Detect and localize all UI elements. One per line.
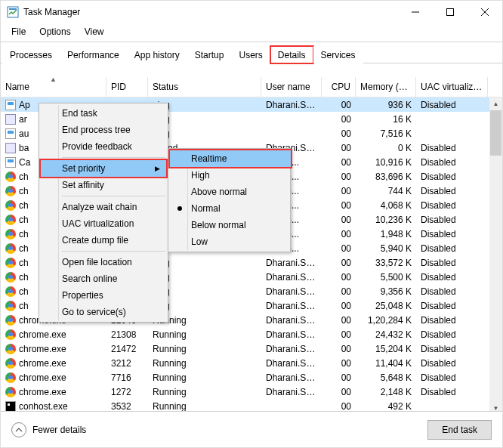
cell-cpu: 00 bbox=[322, 199, 356, 212]
cell-cpu: 00 bbox=[322, 213, 356, 227]
tab-app-history[interactable]: App history bbox=[127, 46, 187, 63]
chrome-icon bbox=[5, 286, 16, 297]
chrome-icon bbox=[5, 344, 16, 354]
cell-uac: Disabled bbox=[416, 371, 488, 385]
table-row[interactable]: chrome.exe21472RunningDharani.Sh...0015,… bbox=[1, 341, 502, 356]
cell-user: Dharani.Sh... bbox=[261, 357, 322, 370]
cell-uac: Disabled bbox=[416, 299, 488, 313]
cell-cpu: 00 bbox=[322, 170, 356, 184]
cell-cpu: 00 bbox=[322, 113, 356, 126]
chrome-icon bbox=[5, 315, 16, 326]
app-icon bbox=[5, 100, 16, 110]
header-status[interactable]: Status bbox=[148, 77, 261, 97]
cell-cpu: 00 bbox=[322, 256, 356, 270]
cell-uac: Disabled bbox=[416, 170, 488, 184]
fewer-details-button[interactable]: Fewer details bbox=[11, 422, 86, 437]
chrome-icon bbox=[5, 258, 16, 268]
cell-uac: Disabled bbox=[416, 199, 488, 212]
end-task-button[interactable]: End task bbox=[427, 420, 492, 440]
cell-user bbox=[261, 405, 322, 408]
priority-low[interactable]: Low bbox=[170, 233, 291, 250]
tab-details[interactable]: Details bbox=[270, 46, 313, 63]
table-row[interactable]: chrome.exe3212RunningDharani.Sh...0011,4… bbox=[1, 356, 502, 370]
menu-view[interactable]: View bbox=[79, 25, 110, 39]
cell-memory: 7,516 K bbox=[356, 127, 416, 141]
menu-options[interactable]: Options bbox=[33, 25, 76, 39]
cell-memory: 1,20,284 K bbox=[356, 314, 416, 327]
close-button[interactable] bbox=[468, 1, 502, 23]
cell-uac bbox=[416, 118, 488, 121]
ctx-provide-feedback[interactable]: Provide feedback bbox=[41, 138, 166, 155]
cell-memory: 1,948 K bbox=[356, 227, 416, 241]
app-icon bbox=[5, 143, 16, 153]
ctx-uac-virtualization[interactable]: UAC virtualization bbox=[41, 215, 166, 232]
cell-uac: Disabled bbox=[416, 357, 488, 370]
priority-above-normal[interactable]: Above normal bbox=[170, 184, 291, 200]
tab-processes[interactable]: Processes bbox=[2, 46, 60, 63]
console-icon bbox=[5, 401, 16, 412]
ctx-separator bbox=[62, 196, 165, 196]
chevron-up-icon bbox=[11, 422, 26, 437]
priority-high[interactable]: High bbox=[170, 167, 291, 184]
fewer-details-label: Fewer details bbox=[32, 425, 86, 435]
ctx-end-task[interactable]: End task bbox=[41, 105, 166, 122]
header-uac[interactable]: UAC virtualizat... bbox=[416, 77, 488, 97]
cell-pid: 21308 bbox=[106, 328, 148, 341]
cell-cpu: 00 bbox=[322, 141, 356, 155]
scrollbar-thumb[interactable] bbox=[490, 110, 501, 156]
ctx-open-file-location[interactable]: Open file location bbox=[41, 254, 166, 270]
tab-startup[interactable]: Startup bbox=[187, 46, 232, 63]
cell-memory: 10,236 K bbox=[356, 213, 416, 227]
cell-name: chrome.exe bbox=[1, 357, 106, 370]
ctx-analyze-wait-chain[interactable]: Analyze wait chain bbox=[41, 199, 166, 215]
maximize-button[interactable] bbox=[433, 1, 468, 23]
cell-user bbox=[261, 118, 322, 121]
cell-memory: 83,696 K bbox=[356, 170, 416, 184]
header-name[interactable]: ▲Name bbox=[1, 77, 106, 97]
menu-file[interactable]: File bbox=[5, 25, 32, 39]
header-cpu[interactable]: CPU bbox=[322, 77, 356, 97]
chrome-icon bbox=[5, 329, 16, 340]
ctx-set-affinity[interactable]: Set affinity bbox=[41, 177, 166, 193]
scroll-up-icon[interactable]: ▲ bbox=[489, 97, 502, 110]
priority-realtime[interactable]: Realtime bbox=[170, 150, 291, 167]
ctx-create-dump-file[interactable]: Create dump file bbox=[41, 232, 166, 249]
vertical-scrollbar[interactable]: ▲ ▼ bbox=[489, 97, 502, 415]
tab-performance[interactable]: Performance bbox=[60, 46, 127, 63]
cell-cpu: 00 bbox=[322, 242, 356, 255]
cell-uac: Disabled bbox=[416, 256, 488, 270]
cell-name: chrome.exe bbox=[1, 328, 106, 341]
header-memory[interactable]: Memory (a... bbox=[356, 77, 416, 97]
ctx-properties[interactable]: Properties bbox=[41, 287, 166, 304]
context-menu-main: End task End process tree Provide feedba… bbox=[39, 103, 168, 323]
cell-memory: 24,432 K bbox=[356, 328, 416, 341]
table-row[interactable]: chrome.exe1272RunningDharani.Sh...002,14… bbox=[1, 385, 502, 399]
svg-rect-1 bbox=[9, 8, 17, 10]
ctx-separator bbox=[62, 251, 165, 252]
cell-status: Running bbox=[148, 357, 261, 370]
cell-cpu: 00 bbox=[322, 385, 356, 399]
table-row[interactable]: chrome.exe7716RunningDharani.Sh...005,64… bbox=[1, 370, 502, 385]
ctx-set-priority[interactable]: Set priority▶ bbox=[41, 160, 166, 177]
cell-memory: 4,068 K bbox=[356, 199, 416, 212]
priority-below-normal[interactable]: Below normal bbox=[170, 217, 291, 233]
chrome-icon bbox=[5, 215, 16, 225]
cell-uac: Disabled bbox=[416, 156, 488, 169]
app-icon bbox=[5, 128, 16, 139]
chrome-icon bbox=[5, 372, 16, 383]
ctx-end-process-tree[interactable]: End process tree bbox=[41, 122, 166, 138]
table-row[interactable]: chrome.exe21308RunningDharani.Sh...0024,… bbox=[1, 327, 502, 341]
tab-users[interactable]: Users bbox=[231, 46, 270, 63]
priority-normal[interactable]: Normal bbox=[170, 200, 291, 217]
ctx-go-to-services[interactable]: Go to service(s) bbox=[41, 304, 166, 320]
cell-cpu: 00 bbox=[322, 299, 356, 313]
tab-services[interactable]: Services bbox=[313, 46, 363, 63]
cell-cpu: 00 bbox=[322, 328, 356, 341]
cell-user: Dharani.Sh... bbox=[261, 270, 322, 284]
cell-memory: 744 K bbox=[356, 184, 416, 198]
cell-uac: Disabled bbox=[416, 98, 488, 112]
ctx-search-online[interactable]: Search online bbox=[41, 270, 166, 287]
header-pid[interactable]: PID bbox=[106, 77, 148, 97]
header-user[interactable]: User name bbox=[261, 77, 322, 97]
minimize-button[interactable] bbox=[398, 1, 433, 23]
